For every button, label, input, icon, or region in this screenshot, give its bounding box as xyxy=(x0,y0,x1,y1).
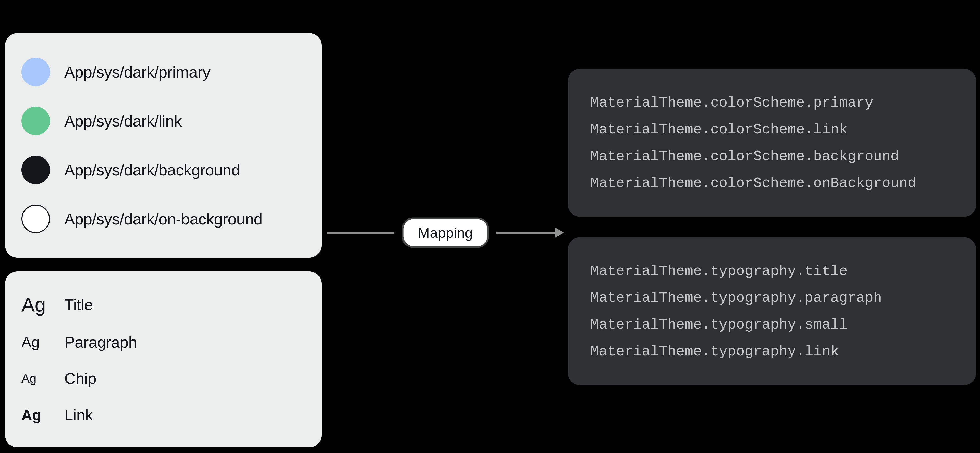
color-token-row: App/sys/dark/link xyxy=(21,106,305,135)
type-token-label: Paragraph xyxy=(64,333,137,351)
type-token-label: Title xyxy=(64,296,93,314)
type-token-label: Link xyxy=(64,406,93,424)
code-colorscheme-card: MaterialTheme.colorScheme.primary Materi… xyxy=(568,69,976,217)
mapping-arrow: Mapping xyxy=(327,217,564,248)
design-tokens-colors-card: App/sys/dark/primary App/sys/dark/link A… xyxy=(5,33,321,257)
mapping-label-chip: Mapping xyxy=(402,218,489,248)
type-sample-title: Ag xyxy=(21,295,50,315)
code-line: MaterialTheme.colorScheme.onBackground xyxy=(590,175,954,191)
code-line: MaterialTheme.colorScheme.link xyxy=(590,121,954,138)
color-token-label: App/sys/dark/primary xyxy=(64,63,210,81)
type-token-row: Ag Title xyxy=(21,295,305,315)
type-token-label: Chip xyxy=(64,369,97,388)
design-tokens-typography-card: Ag Title Ag Paragraph Ag Chip Ag Link xyxy=(5,272,321,447)
type-sample-chip: Ag xyxy=(21,372,50,385)
code-line: MaterialTheme.typography.small xyxy=(590,316,954,333)
type-token-row: Ag Chip xyxy=(21,369,305,388)
color-token-label: App/sys/dark/background xyxy=(64,161,240,179)
type-token-row: Ag Paragraph xyxy=(21,333,305,351)
color-swatch-background xyxy=(21,156,50,184)
color-swatch-link xyxy=(21,106,50,135)
code-line: MaterialTheme.typography.link xyxy=(590,343,954,360)
color-token-label: App/sys/dark/link xyxy=(64,112,182,130)
color-swatch-on-background xyxy=(21,205,50,233)
code-line: MaterialTheme.typography.title xyxy=(590,263,954,279)
type-sample-link: Ag xyxy=(21,408,50,423)
code-typography-card: MaterialTheme.typography.title MaterialT… xyxy=(568,237,976,385)
type-token-row: Ag Link xyxy=(21,406,305,424)
code-line: MaterialTheme.colorScheme.background xyxy=(590,148,954,165)
color-token-row: App/sys/dark/background xyxy=(21,156,305,184)
svg-marker-2 xyxy=(555,227,564,238)
code-line: MaterialTheme.colorScheme.primary xyxy=(590,95,954,111)
color-token-label: App/sys/dark/on-background xyxy=(64,210,262,228)
color-token-row: App/sys/dark/on-background xyxy=(21,205,305,233)
code-line: MaterialTheme.typography.paragraph xyxy=(590,290,954,306)
type-sample-paragraph: Ag xyxy=(21,335,50,350)
color-token-row: App/sys/dark/primary xyxy=(21,58,305,86)
color-swatch-primary xyxy=(21,58,50,86)
